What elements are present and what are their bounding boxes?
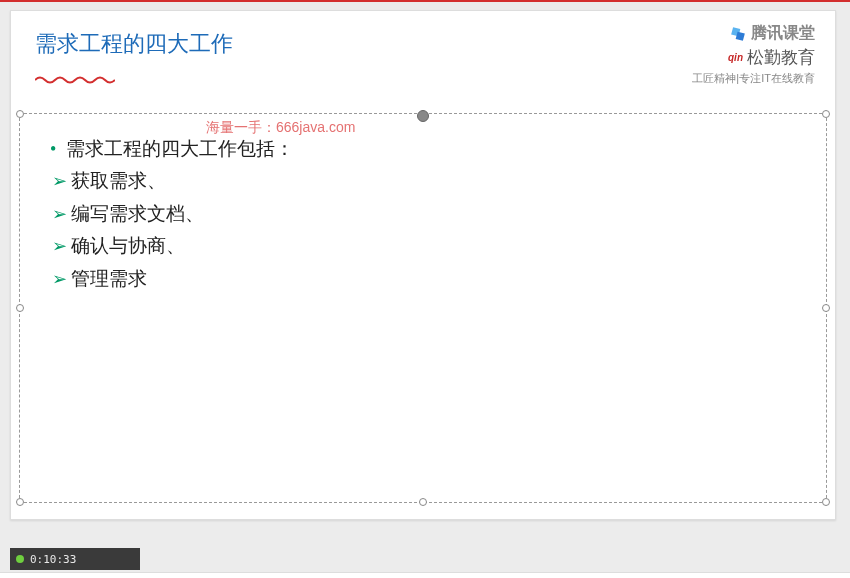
resize-handle-bl[interactable] [16, 498, 24, 506]
list-text-main: 需求工程的四大工作包括： [66, 134, 294, 164]
tencent-logo: 腾讯课堂 [692, 23, 815, 44]
list-item: ➢ 管理需求 [50, 264, 796, 294]
content-textbox[interactable]: • 需求工程的四大工作包括： ➢ 获取需求、 ➢ 编写需求文档、 ➢ 确认与协商… [19, 113, 827, 503]
footer-strip [0, 572, 850, 578]
brand-subtitle: 工匠精神|专注IT在线教育 [692, 71, 815, 86]
resize-handle-tl[interactable] [16, 110, 24, 118]
arrow-bullet-icon: ➢ [52, 232, 67, 261]
list-text: 编写需求文档、 [71, 199, 204, 229]
list-text: 获取需求、 [71, 166, 166, 196]
slide-canvas[interactable]: 需求工程的四大工作 腾讯课堂 qin 松勤教育 工匠精神|专注IT在线教育 海量… [10, 10, 836, 520]
bullet-dot-icon: • [50, 135, 56, 164]
arrow-bullet-icon: ➢ [52, 265, 67, 294]
list-item: ➢ 获取需求、 [50, 166, 796, 196]
timestamp: 0:10:33 [30, 553, 76, 566]
resize-handle-br[interactable] [822, 498, 830, 506]
player-bar[interactable]: 0:10:33 [10, 548, 140, 570]
list-item: ➢ 编写需求文档、 [50, 199, 796, 229]
arrow-bullet-icon: ➢ [52, 167, 67, 196]
arrow-bullet-icon: ➢ [52, 200, 67, 229]
list-item: ➢ 确认与协商、 [50, 231, 796, 261]
songqin-icon: qin [728, 52, 743, 63]
status-dot-icon [16, 555, 24, 563]
resize-handle-tr[interactable] [822, 110, 830, 118]
resize-handle-bc[interactable] [419, 498, 427, 506]
list-item-main: • 需求工程的四大工作包括： [50, 134, 796, 164]
list-text: 管理需求 [71, 264, 147, 294]
watermark-text: 海量一手：666java.com [206, 119, 355, 137]
logo-area: 腾讯课堂 qin 松勤教育 工匠精神|专注IT在线教育 [692, 23, 815, 86]
songqin-logo: qin 松勤教育 [692, 46, 815, 69]
resize-handle-ml[interactable] [16, 304, 24, 312]
songqin-label: 松勤教育 [747, 46, 815, 69]
top-accent-bar [0, 0, 850, 2]
slide-header: 需求工程的四大工作 腾讯课堂 qin 松勤教育 工匠精神|专注IT在线教育 [11, 11, 835, 67]
wavy-divider [35, 75, 115, 85]
list-text: 确认与协商、 [71, 231, 185, 261]
content-list[interactable]: • 需求工程的四大工作包括： ➢ 获取需求、 ➢ 编写需求文档、 ➢ 确认与协商… [20, 114, 826, 316]
tencent-label: 腾讯课堂 [751, 23, 815, 44]
rotate-handle[interactable] [417, 110, 429, 122]
tencent-play-icon [729, 25, 747, 43]
resize-handle-mr[interactable] [822, 304, 830, 312]
